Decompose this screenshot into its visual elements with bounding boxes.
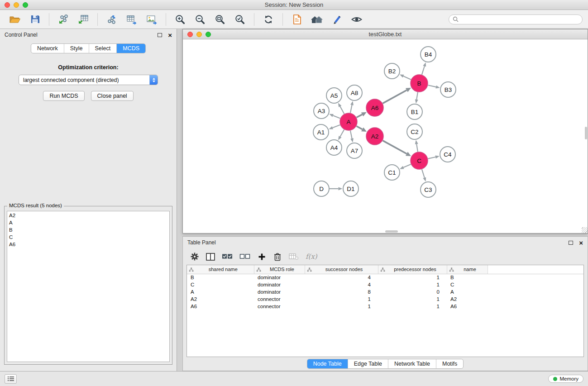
home-button[interactable] — [307, 11, 326, 28]
table-cell[interactable]: 0 — [378, 288, 447, 295]
dropdown-stepper[interactable] — [149, 75, 158, 85]
node-A5[interactable]: A5 — [326, 88, 342, 103]
node-A3[interactable]: A3 — [314, 103, 329, 119]
table-cell[interactable]: A — [187, 288, 254, 295]
column-header-predecessor-nodes[interactable]: predecessor nodes — [378, 265, 447, 274]
delete-table-button[interactable] — [289, 251, 299, 262]
table-row[interactable]: Cdominator41C — [187, 281, 583, 288]
edge-A-A5[interactable] — [338, 103, 344, 114]
network-canvas[interactable]: B4B2BB3A5A8A6B1A3AC2A1A2A4A7C4CC1C3DD1 — [183, 39, 588, 233]
node-B1[interactable]: B1 — [407, 104, 422, 119]
table-cell[interactable]: B — [447, 274, 488, 281]
table-cell[interactable]: dominator — [254, 281, 305, 288]
fullscreen-window-button[interactable] — [23, 2, 28, 8]
table-cell[interactable]: A — [447, 288, 488, 295]
zoom-in-button[interactable] — [171, 11, 190, 28]
float-table-panel-button[interactable] — [569, 241, 573, 245]
mcds-result-item[interactable]: B — [9, 226, 167, 234]
edge-A-A7[interactable] — [350, 131, 354, 143]
close-window-button[interactable] — [5, 2, 10, 8]
table-cell[interactable]: 4 — [305, 274, 378, 281]
node-A1[interactable]: A1 — [313, 124, 329, 140]
table-cell[interactable]: 1 — [378, 295, 447, 303]
node-A6[interactable]: A6 — [366, 99, 383, 116]
column-header-successor-nodes[interactable]: successor nodes — [305, 265, 378, 274]
edge-C-C2[interactable] — [415, 140, 418, 152]
horizontal-scroll-thumb[interactable] — [385, 230, 398, 233]
node-B[interactable]: B — [411, 75, 428, 92]
network-close-button[interactable] — [187, 32, 193, 37]
function-builder-button[interactable]: f(x) — [306, 251, 317, 262]
table-cell[interactable]: A6 — [447, 303, 488, 310]
edge-B-B1[interactable] — [415, 92, 418, 104]
edge-A-A2[interactable] — [357, 126, 367, 132]
import-network-button[interactable] — [54, 11, 73, 28]
float-panel-button[interactable] — [158, 33, 162, 37]
table-row[interactable]: A2connector11A2 — [187, 295, 583, 303]
edge-B-B2[interactable] — [400, 75, 411, 80]
table-cell[interactable]: dominator — [254, 274, 305, 281]
table-cell[interactable]: dominator — [254, 288, 305, 295]
edge-A-A3[interactable] — [329, 114, 340, 119]
edge-A-A1[interactable] — [329, 125, 340, 129]
node-B4[interactable]: B4 — [421, 47, 436, 62]
edge-A-A8[interactable] — [350, 101, 354, 113]
column-header-mcds-role[interactable]: MCDS role — [254, 265, 305, 274]
add-column-button[interactable] — [257, 251, 266, 262]
node-C1[interactable]: C1 — [384, 165, 400, 180]
table-cell[interactable]: A2 — [187, 295, 254, 303]
memory-button[interactable]: Memory — [548, 375, 583, 383]
export-network-button[interactable] — [102, 11, 121, 28]
edge-C-C1[interactable] — [400, 164, 411, 169]
zoom-selected-button[interactable] — [230, 11, 249, 28]
resize-grip[interactable] — [582, 227, 588, 233]
node-B2[interactable]: B2 — [384, 63, 400, 79]
export-image-button[interactable] — [142, 11, 161, 28]
deselect-all-button[interactable] — [239, 251, 250, 262]
tab-motifs[interactable]: Motifs — [436, 359, 463, 368]
table-cell[interactable]: 1 — [378, 281, 447, 288]
mcds-result-item[interactable]: A6 — [9, 241, 167, 248]
table-cell[interactable]: 1 — [305, 303, 378, 310]
node-C2[interactable]: C2 — [407, 124, 422, 139]
tab-mcds[interactable]: MCDS — [117, 44, 145, 53]
node-C4[interactable]: C4 — [440, 147, 455, 162]
search-input[interactable] — [461, 16, 578, 23]
table-cell[interactable]: 1 — [378, 274, 447, 281]
vertical-scroll-thumb[interactable] — [585, 127, 587, 139]
table-row[interactable]: Bdominator41B — [187, 274, 583, 281]
import-table-button[interactable] — [74, 11, 93, 28]
tab-select[interactable]: Select — [89, 44, 117, 53]
node-B3[interactable]: B3 — [440, 82, 456, 97]
edge-A6-B[interactable] — [383, 88, 411, 103]
node-A2[interactable]: A2 — [366, 128, 383, 145]
table-cell[interactable]: connector — [254, 295, 305, 303]
table-row[interactable]: A6connector11A6 — [187, 303, 583, 310]
table-settings-button[interactable] — [190, 251, 199, 262]
node-C[interactable]: C — [411, 152, 428, 169]
table-row[interactable]: Adominator80A — [187, 288, 583, 295]
edge-A-A4[interactable] — [338, 129, 344, 140]
table-cell[interactable]: 1 — [378, 303, 447, 310]
select-all-button[interactable] — [222, 251, 233, 262]
table-cell[interactable]: B — [187, 274, 254, 281]
close-panel-button[interactable]: × — [168, 32, 172, 38]
node-A8[interactable]: A8 — [347, 85, 362, 100]
edge-B-B4[interactable] — [422, 62, 426, 75]
minimize-window-button[interactable] — [14, 2, 19, 8]
show-hide-button[interactable] — [347, 11, 366, 28]
node-D[interactable]: D — [314, 181, 329, 196]
task-history-button[interactable] — [5, 374, 17, 384]
column-header-name[interactable]: name — [447, 265, 488, 274]
table-cell[interactable]: 4 — [305, 281, 378, 288]
table-cell[interactable]: 1 — [305, 295, 378, 303]
tab-network-table[interactable]: Network Table — [388, 359, 436, 368]
save-session-button[interactable] — [25, 11, 44, 28]
table-cell[interactable]: C — [447, 281, 488, 288]
table-cell[interactable]: A2 — [447, 295, 488, 303]
column-selector-button[interactable] — [206, 251, 215, 262]
mcds-result-item[interactable]: A — [9, 219, 167, 226]
node-A4[interactable]: A4 — [326, 140, 342, 155]
style-button[interactable] — [327, 11, 346, 28]
node-D1[interactable]: D1 — [343, 181, 359, 196]
